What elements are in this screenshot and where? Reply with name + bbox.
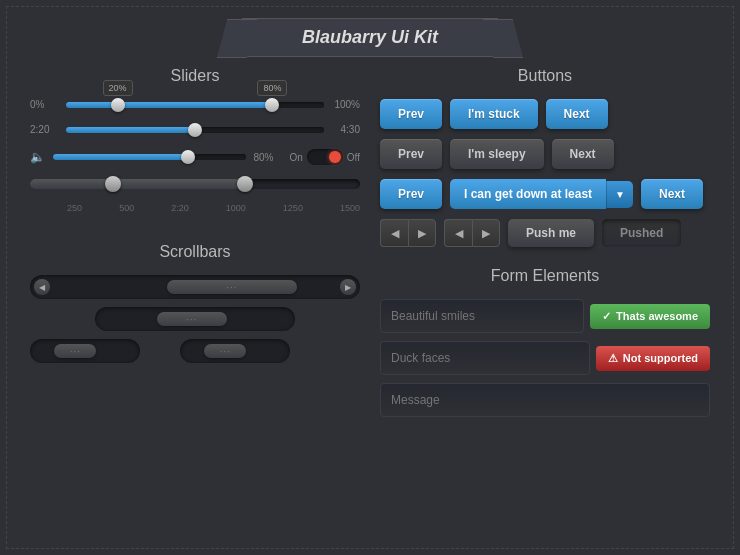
- btn-icon-right-2[interactable]: ▶: [472, 219, 500, 247]
- slider-thumb-3[interactable]: [181, 150, 195, 164]
- volume-icon: 🔈: [30, 150, 45, 164]
- scrollbar-small-2[interactable]: ···: [180, 339, 290, 363]
- button-row-2: Prev I'm sleepy Next: [380, 139, 710, 169]
- btn-prev-1[interactable]: Prev: [380, 99, 442, 129]
- slider-row-2: 2:20 4:30: [30, 124, 360, 135]
- btn-dropdown-arrow[interactable]: ▼: [606, 181, 633, 208]
- scrollbar-small-row: ··· ···: [30, 339, 360, 363]
- btn-icon-pair-2: ◀ ▶: [444, 219, 500, 247]
- slider-max-label: 100%: [332, 99, 360, 110]
- toggle-off-label: Off: [347, 152, 360, 163]
- banner-ribbon: Blaubarry Ui Kit: [242, 18, 498, 57]
- form-badge-red-text: Not supported: [623, 352, 698, 364]
- btn-dropdown-main[interactable]: I can get down at least: [450, 179, 606, 209]
- main-content: Sliders 0% 20% 80% 100%: [0, 67, 740, 425]
- toggle-knob: [329, 151, 341, 163]
- range-mark-5: 1250: [283, 203, 303, 213]
- scrollbar-full[interactable]: ◀ ··· ▶: [30, 275, 360, 299]
- btn-next-3[interactable]: Next: [641, 179, 703, 209]
- form-input-2[interactable]: [380, 341, 590, 375]
- btn-icon-pair-1: ◀ ▶: [380, 219, 436, 247]
- slider-min-label: 0%: [30, 99, 58, 110]
- range-marks: 250 500 2:20 1000 1250 1500: [30, 203, 360, 213]
- toggle-control[interactable]: [307, 149, 343, 165]
- scrollbar-handle-medium[interactable]: ···: [157, 312, 227, 326]
- btn-dropdown-group: I can get down at least ▼: [450, 179, 633, 209]
- range-fill: [30, 179, 245, 189]
- form-badge-green-icon: ✓: [602, 310, 611, 323]
- form-row-2: ⚠ Not supported: [380, 341, 710, 375]
- slider-track-2[interactable]: [66, 127, 324, 133]
- range-mark-2: 500: [119, 203, 134, 213]
- slider-time-max: 4:30: [332, 124, 360, 135]
- form-badge-green-text: Thats awesome: [616, 310, 698, 322]
- banner-title: Blaubarry Ui Kit: [302, 27, 438, 47]
- form-row-1: ✓ Thats awesome: [380, 299, 710, 333]
- slider-badge-1: 20%: [103, 80, 133, 96]
- button-row-4: ◀ ▶ ◀ ▶ Push me Pushed: [380, 219, 710, 247]
- slider-fill-1: [66, 102, 272, 108]
- slider-thumb-2[interactable]: [188, 123, 202, 137]
- btn-pushed[interactable]: Pushed: [602, 219, 681, 247]
- btn-middle-2[interactable]: I'm sleepy: [450, 139, 544, 169]
- slider-row-1: 0% 20% 80% 100%: [30, 99, 360, 110]
- scrollbar-handle-full[interactable]: ···: [167, 280, 297, 294]
- scrollbar-track-small-1: ···: [34, 344, 136, 358]
- slider-track-3[interactable]: [53, 154, 246, 160]
- form-badge-green: ✓ Thats awesome: [590, 304, 710, 329]
- form-row-3: [380, 383, 710, 417]
- right-panel: Buttons Prev I'm stuck Next Prev I'm sle…: [380, 67, 710, 425]
- btn-prev-3[interactable]: Prev: [380, 179, 442, 209]
- slider-fill-3: [53, 154, 188, 160]
- btn-icon-left-1[interactable]: ◀: [380, 219, 408, 247]
- slider-row-3: 🔈 80% On Off: [30, 149, 360, 165]
- slider-time-min: 2:20: [30, 124, 58, 135]
- scrollbars-title: Scrollbars: [30, 243, 360, 261]
- slider-volume-pct: 80%: [254, 152, 282, 163]
- range-thumb-2[interactable]: [237, 176, 253, 192]
- banner: Blaubarry Ui Kit: [0, 18, 740, 57]
- scrollbar-arrow-right[interactable]: ▶: [340, 279, 356, 295]
- scrollbars-rows: ◀ ··· ▶ ···: [30, 275, 360, 363]
- form-section: Form Elements ✓ Thats awesome ⚠ Not supp…: [380, 267, 710, 417]
- btn-middle-1[interactable]: I'm stuck: [450, 99, 538, 129]
- scrollbar-handle-small-1[interactable]: ···: [54, 344, 96, 358]
- btn-prev-2[interactable]: Prev: [380, 139, 442, 169]
- sliders-section: Sliders 0% 20% 80% 100%: [30, 67, 360, 213]
- slider-thumb-1a[interactable]: [111, 98, 125, 112]
- slider-badge-2: 80%: [257, 80, 287, 96]
- sliders-title: Sliders: [30, 67, 360, 85]
- form-badge-red: ⚠ Not supported: [596, 346, 710, 371]
- slider-track-1[interactable]: 20% 80%: [66, 102, 324, 108]
- slider-fill-2: [66, 127, 195, 133]
- form-input-message[interactable]: [380, 383, 710, 417]
- btn-next-2[interactable]: Next: [552, 139, 614, 169]
- form-title: Form Elements: [380, 267, 710, 285]
- range-thumb-1[interactable]: [105, 176, 121, 192]
- scrollbar-track-small-2: ···: [184, 344, 286, 358]
- scrollbars-section: Scrollbars ◀ ··· ▶ ···: [30, 243, 360, 363]
- range-mark-1: 250: [67, 203, 82, 213]
- btn-push[interactable]: Push me: [508, 219, 594, 247]
- slider-thumb-1b[interactable]: [265, 98, 279, 112]
- form-badge-red-icon: ⚠: [608, 352, 618, 365]
- toggle-on-label: On: [290, 152, 303, 163]
- scrollbar-arrow-left[interactable]: ◀: [34, 279, 50, 295]
- toggle-switch: On Off: [290, 149, 361, 165]
- btn-next-1[interactable]: Next: [546, 99, 608, 129]
- scrollbar-track-full: ···: [54, 280, 336, 294]
- button-row-3: Prev I can get down at least ▼ Next: [380, 179, 710, 209]
- scrollbar-medium[interactable]: ···: [95, 307, 295, 331]
- buttons-section: Buttons Prev I'm stuck Next Prev I'm sle…: [380, 67, 710, 247]
- range-slider-row: [30, 179, 360, 189]
- btn-icon-left-2[interactable]: ◀: [444, 219, 472, 247]
- buttons-title: Buttons: [380, 67, 710, 85]
- scrollbar-track-medium: ···: [99, 312, 291, 326]
- btn-icon-right-1[interactable]: ▶: [408, 219, 436, 247]
- scrollbar-small-1[interactable]: ···: [30, 339, 140, 363]
- form-input-1[interactable]: [380, 299, 584, 333]
- range-track[interactable]: [30, 179, 360, 189]
- range-mark-3: 2:20: [171, 203, 189, 213]
- range-mark-4: 1000: [226, 203, 246, 213]
- scrollbar-handle-small-2[interactable]: ···: [204, 344, 246, 358]
